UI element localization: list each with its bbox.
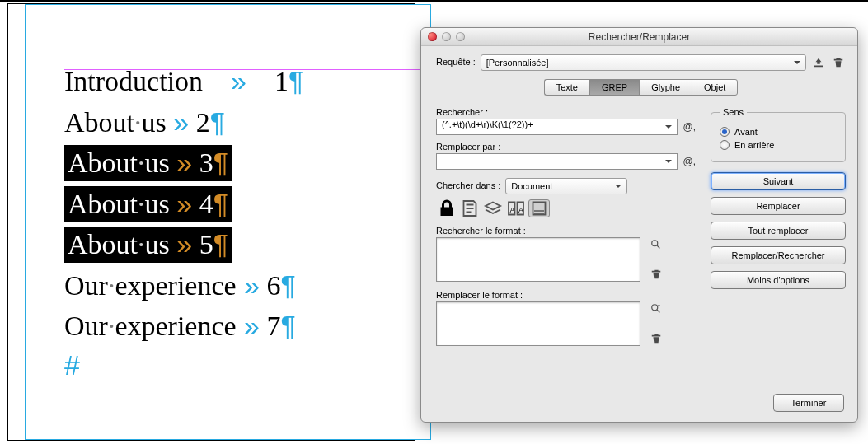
scope-hidden-layers-icon[interactable] [482, 199, 504, 217]
svg-text:A: A [518, 206, 523, 214]
search-in-select[interactable]: Document [505, 178, 627, 194]
tab-grep[interactable]: GREP [589, 79, 639, 96]
replace-find-button[interactable]: Remplacer/Rechercher [711, 246, 846, 264]
replace-input[interactable] [436, 153, 678, 170]
paragraph-row-selected: About·us » 5¶ [64, 227, 427, 263]
tab-glyph[interactable]: Glyphe [639, 79, 692, 96]
scope-locked-layers-icon[interactable] [436, 199, 457, 217]
replace-button[interactable]: Remplacer [711, 197, 846, 215]
tab-object[interactable]: Objet [692, 79, 738, 96]
svg-point-4 [652, 305, 658, 311]
clear-find-format-icon[interactable] [649, 267, 664, 282]
tab-text[interactable]: Texte [544, 79, 589, 96]
clear-replace-format-icon[interactable] [649, 331, 664, 346]
search-in-label: Chercher dans : [436, 180, 500, 190]
find-next-button[interactable]: Suivant [711, 172, 846, 190]
svg-text:T: T [658, 240, 661, 245]
paragraph-row: Our·experience » 7¶ [64, 308, 427, 344]
svg-text:A: A [510, 206, 515, 214]
paragraph-row: Introduction » 1¶ [64, 63, 427, 100]
paragraph-row: Our·experience » 6¶ [64, 268, 427, 304]
scope-locked-stories-icon[interactable] [459, 199, 481, 217]
direction-forward-label: Avant [734, 127, 758, 137]
replace-format-label: Remplacer le format : [436, 290, 696, 300]
specify-find-format-icon[interactable]: T [649, 237, 664, 252]
svg-point-2 [652, 241, 658, 246]
load-query-icon[interactable] [811, 55, 826, 70]
query-label: Requête : [436, 57, 476, 67]
replace-all-button[interactable]: Tout remplacer [711, 222, 846, 240]
find-replace-dialog: Rechercher/Remplacer Requête : [Personna… [420, 27, 858, 423]
mode-tabs: Texte GREP Glyphe Objet [436, 79, 846, 96]
scope-footnotes-icon[interactable] [528, 199, 550, 217]
svg-text:T: T [658, 304, 661, 309]
fewer-options-button[interactable]: Moins d'options [711, 271, 846, 289]
find-format-label: Rechercher le format : [436, 226, 696, 236]
dialog-titlebar[interactable]: Rechercher/Remplacer [421, 28, 857, 46]
direction-backward-label: En arrière [734, 140, 774, 150]
direction-group: Sens Avant En arrière [711, 107, 846, 162]
replace-special-menu-icon[interactable]: @, [683, 156, 696, 167]
direction-backward-radio[interactable] [720, 140, 730, 150]
find-label: Rechercher : [436, 107, 696, 117]
delete-query-icon[interactable] [831, 55, 846, 70]
dialog-title: Rechercher/Remplacer [421, 31, 857, 43]
paragraph-row-selected: About·us » 4¶ [64, 186, 427, 222]
replace-format-box[interactable] [436, 301, 640, 346]
paragraph-row-selected: About·us » 3¶ [64, 145, 427, 181]
direction-forward-radio[interactable] [720, 127, 730, 137]
find-format-box[interactable] [436, 237, 640, 282]
replace-label: Remplacer par : [436, 142, 696, 152]
find-special-menu-icon[interactable]: @, [683, 121, 696, 133]
scope-master-pages-icon[interactable]: AA [505, 199, 527, 217]
done-button[interactable]: Terminer [773, 394, 844, 412]
query-select[interactable]: [Personnalisée] [481, 54, 806, 71]
paragraph-row: About·us » 2¶ [64, 105, 427, 141]
specify-replace-format-icon[interactable]: T [649, 301, 664, 316]
direction-legend: Sens [720, 107, 747, 117]
end-of-story-marker: # [64, 349, 427, 381]
find-input[interactable]: (^.+\t)(\d+\r)\K(\1(?2))+ [436, 119, 678, 135]
document-text-frame[interactable]: Introduction » 1¶ About·us » 2¶ About·us… [64, 63, 427, 381]
